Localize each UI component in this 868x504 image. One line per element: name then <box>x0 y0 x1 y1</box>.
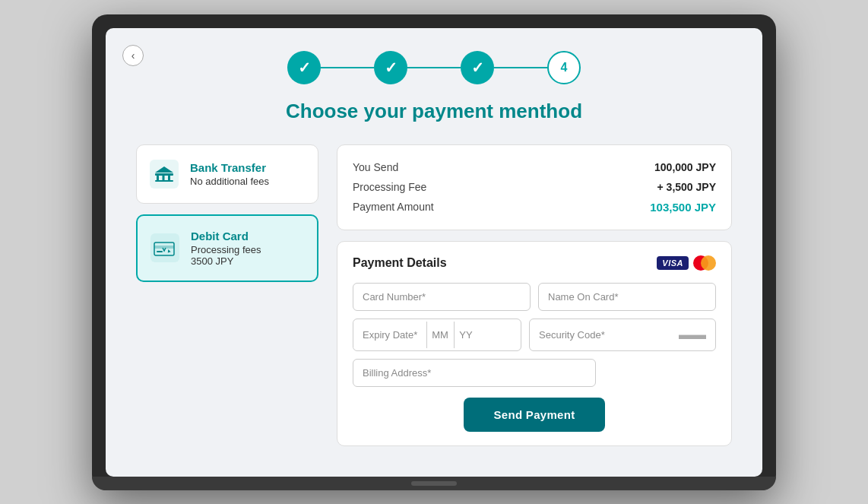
svg-rect-10 <box>157 251 163 252</box>
summary-label-fee: Processing Fee <box>353 181 426 193</box>
card-logos: VISA <box>657 255 716 271</box>
summary-amount-send: 100,000 JPY <box>654 161 716 173</box>
details-header: Payment Details VISA <box>353 255 716 271</box>
payment-method-bank-transfer[interactable]: Bank Transfer No additional fees <box>136 144 318 204</box>
svg-rect-2 <box>155 180 173 182</box>
svg-rect-9 <box>154 246 174 249</box>
send-payment-button[interactable]: Send Payment <box>464 398 606 432</box>
laptop-frame: ‹ ✓ ✓ ✓ 4 Choose your payment menthod <box>92 14 776 490</box>
step-line-1 <box>321 67 374 68</box>
visa-logo: VISA <box>657 256 689 270</box>
debit-card-info: Debit Card Processing fees 3500 JPY <box>191 230 261 267</box>
summary-box: You Send 100,000 JPY Processing Fee + 3,… <box>337 144 732 230</box>
back-button[interactable]: ‹ <box>122 45 144 66</box>
summary-row-total: Payment Amount 103,500 JPY <box>353 197 716 217</box>
step-1: ✓ <box>287 51 321 84</box>
debit-card-name: Debit Card <box>191 230 261 242</box>
right-panel: You Send 100,000 JPY Processing Fee + 3,… <box>337 144 732 446</box>
mastercard-logo <box>693 255 716 271</box>
svg-rect-5 <box>168 176 170 180</box>
bank-transfer-name: Bank Transfer <box>190 161 269 174</box>
expiry-label: Expiry Date* <box>353 322 426 348</box>
step-2: ✓ <box>374 51 407 84</box>
debit-card-icon <box>150 233 180 263</box>
main-content: Bank Transfer No additional fees <box>136 144 732 446</box>
check-icon-2: ✓ <box>385 59 398 77</box>
screen: ‹ ✓ ✓ ✓ 4 Choose your payment menthod <box>106 28 762 477</box>
laptop-notch <box>411 481 457 486</box>
expiry-yy: YY <box>454 322 481 348</box>
svg-rect-4 <box>163 176 165 180</box>
payment-form: Expiry Date* MM YY Security Code* ▬▬ <box>353 283 716 387</box>
cvv-icon: ▬▬ <box>679 327 706 343</box>
check-icon-3: ✓ <box>471 59 484 77</box>
step-line-2 <box>407 67 461 68</box>
page-title: Choose your payment menthod <box>136 100 732 123</box>
summary-amount-total: 103,500 JPY <box>650 201 716 214</box>
details-title: Payment Details <box>353 256 447 270</box>
summary-row-send: You Send 100,000 JPY <box>353 157 716 177</box>
card-number-input[interactable] <box>353 283 531 311</box>
svg-rect-1 <box>155 173 173 176</box>
security-code-label: Security Code* <box>539 329 673 341</box>
step-4: 4 <box>547 51 581 84</box>
form-row-1 <box>353 283 716 311</box>
summary-amount-fee: + 3,500 JPY <box>657 181 716 193</box>
step-line-3 <box>494 67 547 68</box>
debit-card-desc: Processing fees 3500 JPY <box>191 244 261 267</box>
summary-row-fee: Processing Fee + 3,500 JPY <box>353 177 716 197</box>
security-code-group[interactable]: Security Code* ▬▬ <box>529 319 716 351</box>
bank-transfer-desc: No additional fees <box>190 176 269 187</box>
summary-label-send: You Send <box>353 161 398 173</box>
check-icon-1: ✓ <box>298 59 311 77</box>
name-on-card-input[interactable] <box>538 283 716 311</box>
summary-label-total: Payment Amount <box>353 201 434 213</box>
back-icon: ‹ <box>131 49 135 62</box>
progress-bar: ✓ ✓ ✓ 4 <box>136 51 732 84</box>
svg-rect-3 <box>157 176 159 180</box>
form-row-2: Expiry Date* MM YY Security Code* ▬▬ <box>353 319 716 351</box>
expiry-date-group[interactable]: Expiry Date* MM YY <box>353 319 521 351</box>
bank-transfer-info: Bank Transfer No additional fees <box>190 161 269 187</box>
laptop-base <box>92 477 776 490</box>
billing-address-input[interactable] <box>353 359 596 387</box>
form-row-3 <box>353 359 716 387</box>
payment-method-debit-card[interactable]: Debit Card Processing fees 3500 JPY <box>136 214 318 282</box>
step-3: ✓ <box>461 51 494 84</box>
expiry-mm: MM <box>426 322 454 348</box>
step-4-label: 4 <box>561 61 568 74</box>
payment-details-box: Payment Details VISA <box>337 241 732 446</box>
bank-icon <box>149 159 179 189</box>
payment-methods-list: Bank Transfer No additional fees <box>136 144 318 446</box>
